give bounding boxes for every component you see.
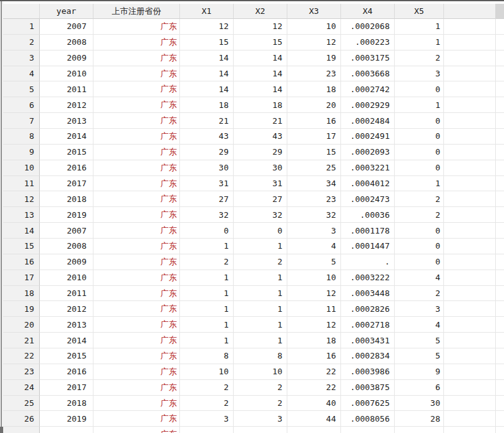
cell-x4[interactable]: .0003431 <box>341 333 395 348</box>
cell-x3[interactable]: 12 <box>287 286 341 302</box>
col-header-x5[interactable]: X5 <box>395 4 444 19</box>
cell-province[interactable]: 广东 <box>93 223 180 239</box>
cell-x3[interactable]: 12 <box>287 35 341 50</box>
cell-province[interactable]: 广东 <box>93 129 180 145</box>
cell-province[interactable]: 广东 <box>93 176 180 192</box>
cell-year[interactable]: 2009 <box>40 254 93 270</box>
cell-x4[interactable]: .000223 <box>341 35 395 50</box>
cell-x4[interactable]: .0002826 <box>341 301 395 317</box>
cell-x4[interactable]: .0003221 <box>341 160 395 176</box>
cell-year[interactable]: 2012 <box>40 301 93 317</box>
cell-x5[interactable]: 0 <box>395 145 444 160</box>
cell-x5[interactable]: 5 <box>395 333 444 348</box>
cell-x3[interactable]: 32 <box>287 207 341 223</box>
cell-province[interactable]: 广东 <box>93 35 180 50</box>
cell-x3[interactable]: 3 <box>287 223 341 239</box>
cell-row-number[interactable]: 6 <box>3 97 40 113</box>
cell-x1[interactable]: 14 <box>180 50 234 66</box>
cell-x1[interactable]: 14 <box>180 81 234 97</box>
cell-x2[interactable]: 14 <box>234 81 287 97</box>
cell-x4[interactable]: .0003668 <box>341 66 395 82</box>
cell-x3[interactable]: 10 <box>287 270 341 286</box>
cell-x4[interactable]: .0003875 <box>341 380 395 396</box>
cell-x2[interactable]: 1 <box>234 270 287 286</box>
cell-province[interactable]: 广东 <box>93 317 180 333</box>
cell-x5[interactable]: 2 <box>395 191 444 207</box>
cell-x4[interactable]: .0002929 <box>341 97 395 113</box>
cell-x1[interactable]: 2 <box>180 254 234 270</box>
cell-x2[interactable]: 1 <box>234 286 287 302</box>
cell-x5[interactable]: 1 <box>395 97 444 113</box>
cell-x3[interactable]: 11 <box>287 301 341 317</box>
col-header-province[interactable]: 上市注册省份 <box>93 4 180 19</box>
cell-x5[interactable]: 6 <box>395 380 444 396</box>
cell-province[interactable]: 广东 <box>93 254 180 270</box>
cell-row-number[interactable]: 13 <box>3 207 40 223</box>
cell-x5[interactable]: 30 <box>395 396 444 412</box>
cell-x3[interactable]: 10 <box>287 19 341 35</box>
cell-year[interactable]: 2009 <box>40 50 93 66</box>
cell-year[interactable]: 2010 <box>40 270 93 286</box>
cell-x5[interactable]: 9 <box>395 364 444 380</box>
cell-x2[interactable] <box>234 427 287 433</box>
cell-x3[interactable]: 25 <box>287 160 341 176</box>
cell-x5[interactable]: 0 <box>395 81 444 97</box>
cell-x1[interactable]: 15 <box>180 35 234 50</box>
cell-province[interactable]: 广东 <box>93 380 180 396</box>
cell-x2[interactable]: 0 <box>234 223 287 239</box>
cell-province[interactable]: 广东 <box>93 19 180 35</box>
col-header-x1[interactable]: X1 <box>180 4 234 19</box>
cell-x4[interactable]: .0007625 <box>341 396 395 412</box>
cell-row-number[interactable]: 2 <box>3 35 40 50</box>
cell-province[interactable]: 广东 <box>93 207 180 223</box>
cell-x4[interactable]: .0003222 <box>341 270 395 286</box>
cell-x3[interactable]: 19 <box>287 50 341 66</box>
cell-row-number[interactable]: 22 <box>3 348 40 364</box>
cell-row-number[interactable]: 1 <box>3 19 40 35</box>
cell-x5[interactable]: 2 <box>395 286 444 302</box>
cell-x1[interactable]: 1 <box>180 333 234 348</box>
cell-province[interactable]: 广东 <box>93 301 180 317</box>
cell-x3[interactable]: 20 <box>287 97 341 113</box>
cell-x3[interactable]: 44 <box>287 411 341 427</box>
cell-x2[interactable]: 30 <box>234 160 287 176</box>
cell-year[interactable]: 2014 <box>40 333 93 348</box>
cell-year[interactable]: 2019 <box>40 207 93 223</box>
cell-province[interactable]: 广东 <box>93 396 180 412</box>
cell-province[interactable]: 广东 <box>93 364 180 380</box>
cell-x2[interactable]: 12 <box>234 19 287 35</box>
cell-x1[interactable]: 21 <box>180 113 234 129</box>
cell-x3[interactable]: 22 <box>287 364 341 380</box>
cell-year[interactable]: 2013 <box>40 317 93 333</box>
cell-x1[interactable]: 1 <box>180 270 234 286</box>
cell-row-number[interactable]: 24 <box>3 380 40 396</box>
cell-row-number[interactable]: 26 <box>3 411 40 427</box>
cell-x4[interactable]: .0001178 <box>341 223 395 239</box>
cell-x5[interactable]: 2 <box>395 50 444 66</box>
cell-x1[interactable]: 43 <box>180 129 234 145</box>
cell-row-number[interactable]: 23 <box>3 364 40 380</box>
cell-x2[interactable]: 1 <box>234 301 287 317</box>
cell-year[interactable]: 2015 <box>40 348 93 364</box>
cell-row-number[interactable]: 14 <box>3 223 40 239</box>
cell-x2[interactable]: 1 <box>234 317 287 333</box>
cell-x2[interactable]: 1 <box>234 333 287 348</box>
cell-year[interactable]: 2013 <box>40 113 93 129</box>
cell-x1[interactable]: 2 <box>180 380 234 396</box>
cell-row-number[interactable]: 8 <box>3 129 40 145</box>
cell-x5[interactable]: 0 <box>395 254 444 270</box>
cell-x2[interactable]: 2 <box>234 254 287 270</box>
cell-x3[interactable]: 5 <box>287 254 341 270</box>
col-header-x4[interactable]: X4 <box>341 4 395 19</box>
cell-x4[interactable]: .0002068 <box>341 19 395 35</box>
cell-row-number[interactable]: 25 <box>3 396 40 412</box>
cell-x2[interactable]: 14 <box>234 66 287 82</box>
cell-x1[interactable] <box>180 427 234 433</box>
cell-province[interactable]: 广东 <box>93 81 180 97</box>
cell-x3[interactable]: 15 <box>287 145 341 160</box>
cell-row-number[interactable]: 15 <box>3 239 40 254</box>
cell-x5[interactable]: 1 <box>395 35 444 50</box>
cell-row-number[interactable]: 19 <box>3 301 40 317</box>
cell-x1[interactable]: 31 <box>180 176 234 192</box>
cell-x5[interactable]: 5 <box>395 348 444 364</box>
